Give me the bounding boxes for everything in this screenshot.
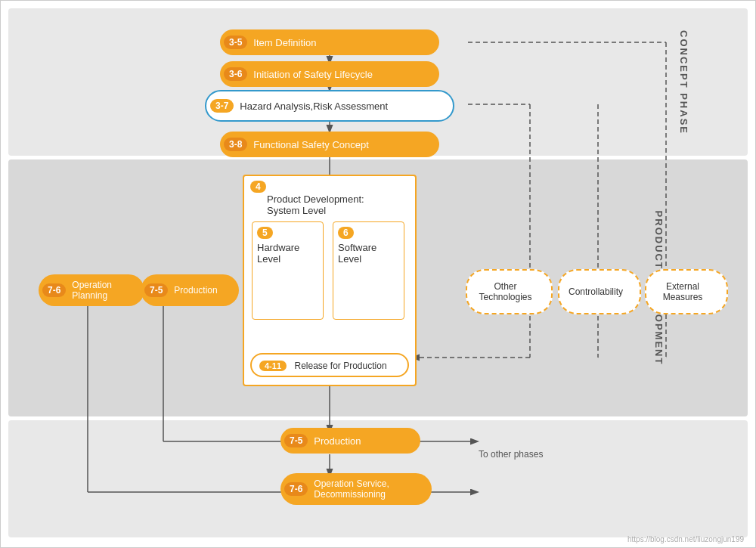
production-badge: 7-5 xyxy=(284,434,308,447)
functional-safety-badge: 3-8 xyxy=(224,138,247,151)
diagram-container: CONCEPT PHASE PRODUCT DEVELOPMENT xyxy=(0,0,756,548)
hardware-badge: 5 xyxy=(257,227,273,239)
hazard-analysis-label: Hazard Analysis,Risk Assessment xyxy=(240,101,388,112)
operation-badge: 7-6 xyxy=(284,482,308,496)
other-tech-label: Other Technologies xyxy=(479,281,531,302)
external-label: External Measures xyxy=(663,281,703,302)
external-measures-node: External Measures xyxy=(645,269,728,314)
hazard-analysis-badge: 3-7 xyxy=(210,99,234,113)
controllability-label: Controllability xyxy=(569,286,623,297)
production-left-node: 7-5 Production xyxy=(141,274,239,306)
system-level-box: 4 Product Development: System Level 5 Ha… xyxy=(243,175,417,386)
prod-left-badge: 7-5 xyxy=(144,283,168,297)
system-box-badge: 4 xyxy=(250,181,266,193)
software-badge: 6 xyxy=(338,227,354,239)
hardware-label: Hardware Level xyxy=(257,242,317,265)
functional-safety-node: 3-8 Functional Safety Concept xyxy=(220,132,439,157)
hardware-level-box: 5 Hardware Level xyxy=(252,221,324,320)
operation-node: 7-6 Operation Service, Decommissioning xyxy=(280,473,432,505)
item-definition-node: 3-5 Item Definition xyxy=(220,29,439,55)
item-definition-label: Item Definition xyxy=(253,37,316,48)
hazard-analysis-node: 3-7 Hazard Analysis,Risk Assessment xyxy=(205,90,454,122)
other-tech-node: Other Technologies xyxy=(466,269,553,314)
system-box-title: Product Development: System Level xyxy=(267,182,364,216)
operation-planning-node: 7-6 Operation Planning xyxy=(39,274,144,306)
production-label: Production xyxy=(314,435,361,447)
controllability-node: Controllability xyxy=(558,269,641,314)
watermark: https://blog.csdn.net/liuzongjun199 xyxy=(627,535,744,543)
op-planning-badge: 7-6 xyxy=(42,283,66,297)
prod-left-label: Production xyxy=(174,285,217,296)
release-label: Release for Production xyxy=(294,361,386,371)
production-node: 7-5 Production xyxy=(280,428,420,454)
safety-lifecycle-label: Initiation of Safety Lifecycle xyxy=(253,69,373,80)
safety-lifecycle-node: 3-6 Initiation of Safety Lifecycle xyxy=(220,61,439,87)
operation-label: Operation Service, Decommissioning xyxy=(314,478,389,500)
release-production-box: 4-11 Release for Production xyxy=(250,353,409,377)
item-definition-badge: 3-5 xyxy=(224,36,247,49)
safety-lifecycle-badge: 3-6 xyxy=(224,67,247,81)
to-other-phases-label: To other phases xyxy=(479,449,543,460)
functional-safety-label: Functional Safety Concept xyxy=(253,139,368,150)
software-label: Software Level xyxy=(338,242,398,265)
concept-phase-label: CONCEPT PHASE xyxy=(679,30,690,135)
op-planning-label: Operation Planning xyxy=(72,280,133,301)
release-badge: 4-11 xyxy=(259,361,287,371)
software-level-box: 6 Software Level xyxy=(333,221,404,320)
